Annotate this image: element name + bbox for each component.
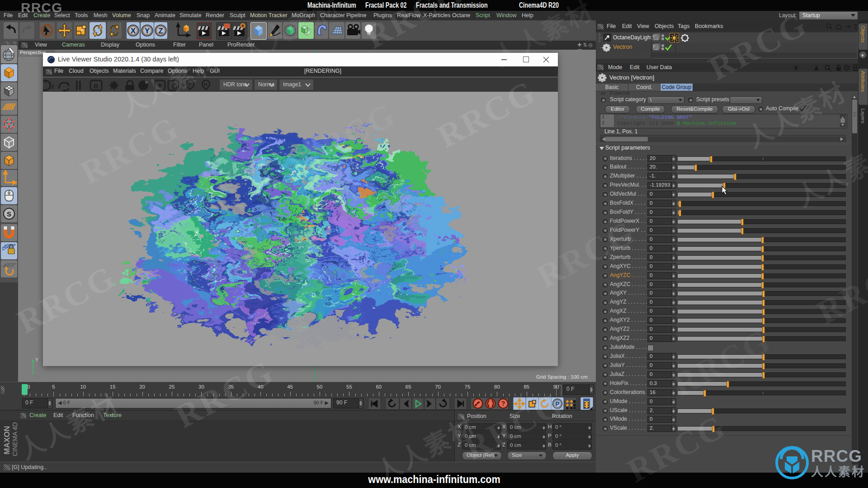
svg-text:R: R (94, 82, 99, 90)
svg-text:3: 3 (51, 83, 54, 90)
svg-text:P: P (555, 400, 559, 408)
svg-text:Z: Z (158, 27, 163, 35)
svg-text:S: S (7, 210, 11, 218)
svg-text:RRCG: RRCG (811, 447, 862, 465)
svg-text:?: ? (501, 400, 505, 407)
svg-text:Y: Y (35, 357, 38, 362)
svg-text:H: H (204, 82, 208, 87)
svg-text:F: F (189, 82, 192, 87)
svg-text:X: X (131, 27, 136, 35)
svg-text:Y: Y (144, 27, 149, 35)
svg-text:人人素材: 人人素材 (811, 465, 865, 479)
